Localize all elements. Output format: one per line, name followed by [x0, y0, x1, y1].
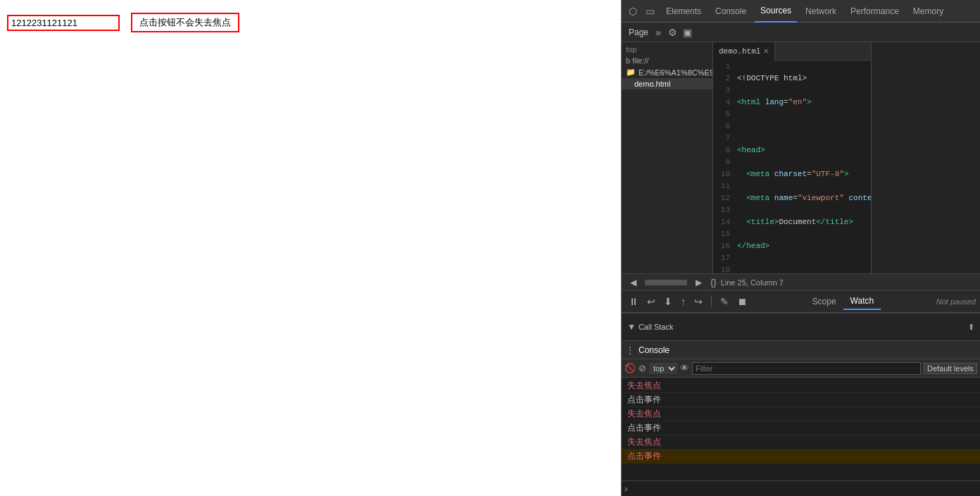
device-icon-btn[interactable]: ▭	[643, 4, 658, 18]
console-toolbar: 🚫 ⊘ top 👁 Default levels	[622, 359, 980, 378]
console-tab-label: Console	[634, 345, 674, 355]
code-content[interactable]: <!DOCTYPE html> <html lang="en"> <head> …	[734, 61, 871, 273]
scrollbar-thumb[interactable]	[645, 280, 687, 285]
ln-10: 10	[713, 168, 730, 180]
ln-4: 4	[713, 97, 730, 108]
ln-1: 1	[713, 61, 730, 73]
tab-elements[interactable]: Elements	[660, 0, 707, 23]
debugger-tab-group: Scope Watch	[805, 293, 881, 310]
ln-14: 14	[713, 216, 730, 228]
code-line-3	[737, 120, 871, 132]
ln-11: 11	[713, 180, 730, 192]
sources-content: top b file:// 📁 E:/%E6%A1%8C%E9%9% demo.…	[622, 42, 980, 273]
step-into-btn[interactable]: ⬇	[661, 294, 675, 309]
format-icon[interactable]: {}	[710, 277, 717, 287]
scroll-left-btn[interactable]: ◀	[626, 274, 641, 291]
call-stack-label: Call Stack	[639, 323, 674, 331]
tab-performance[interactable]: Performance	[845, 0, 905, 23]
folder-icon: 📁	[626, 68, 636, 77]
tab-memory[interactable]: Memory	[907, 0, 949, 23]
code-line-5: <meta charset="UTF-8">	[737, 168, 871, 180]
devtools-top-bar: ⬡ ▭ Elements Console Sources Network Per…	[622, 0, 980, 23]
tab-console[interactable]: Console	[710, 0, 752, 23]
console-clear-btn[interactable]: 🚫	[624, 363, 636, 373]
code-line-6: <meta name="viewport" content="width=dev…	[737, 192, 871, 204]
file-tree: top b file:// 📁 E:/%E6%A1%8C%E9%9% demo.…	[622, 42, 713, 273]
inspect-icon-btn[interactable]: ⬡	[626, 4, 640, 18]
page-area: 点击按钮不会失去焦点	[0, 0, 620, 496]
console-eye-btn[interactable]: 👁	[680, 363, 689, 373]
code-tab-demo[interactable]: demo.html ✕	[713, 42, 775, 61]
code-line-2: <html lang="en">	[737, 97, 871, 108]
code-line-8: </head>	[737, 240, 871, 252]
line-col-status: Line 25, Column 7	[721, 278, 784, 287]
nav-toggle-panel-btn[interactable]: ▣	[680, 27, 695, 38]
log-item-4: 点击事件	[622, 421, 980, 435]
ln-3: 3	[713, 85, 730, 97]
code-editor: demo.html ✕ 1 2 3 4 5 6 7 8 9	[713, 42, 871, 273]
right-panel	[871, 42, 980, 273]
log-item-2: 点击事件	[622, 393, 980, 407]
log-item-3: 失去焦点	[622, 407, 980, 421]
watch-tab[interactable]: Watch	[843, 293, 881, 310]
demo-input[interactable]	[7, 15, 120, 31]
file-tree-file-demo[interactable]: demo.html	[622, 78, 712, 89]
folder-path: E:/%E6%A1%8C%E9%9%	[639, 68, 712, 77]
call-stack-panel: ▼ Call Stack ⬆	[622, 313, 980, 341]
call-stack-expand-btn[interactable]: ▼	[627, 322, 636, 332]
ln-2: 2	[713, 73, 730, 85]
console-tab-bar: ⋮ Console	[622, 341, 980, 359]
ln-15: 15	[713, 228, 730, 240]
log-text-5: 失去焦点	[627, 436, 661, 448]
log-levels-btn[interactable]: Default levels	[924, 363, 977, 374]
pause-btn[interactable]: ⏸	[626, 294, 641, 309]
code-tab-bar: demo.html ✕	[713, 42, 871, 61]
code-line-1: <!DOCTYPE html>	[737, 73, 871, 85]
console-context-select[interactable]: top	[649, 363, 677, 374]
demo-button[interactable]: 点击按钮不会失去焦点	[131, 13, 239, 32]
code-tab-label: demo.html	[719, 47, 760, 56]
ln-17: 17	[713, 252, 730, 264]
log-text-2: 点击事件	[627, 394, 661, 406]
scope-tab[interactable]: Scope	[805, 293, 843, 310]
console-filter-btn[interactable]: ⊘	[639, 363, 646, 373]
console-tab-more-btn[interactable]: ⋮	[626, 345, 634, 355]
call-stack-scroll-btn[interactable]: ⬆	[968, 323, 974, 332]
console-prompt-icon: ›	[624, 483, 627, 494]
deactivate-btn[interactable]: ⏹	[734, 294, 750, 309]
console-area: ⋮ Console 🚫 ⊘ top 👁 Default levels 失去焦点 …	[622, 341, 980, 496]
console-input-bar: ›	[622, 480, 980, 496]
file-tree-folder[interactable]: 📁 E:/%E6%A1%8C%E9%9%	[622, 66, 712, 78]
line-numbers: 1 2 3 4 5 6 7 8 9 10 11 12 13 14	[713, 61, 734, 273]
scroll-right-btn[interactable]: ▶	[691, 274, 706, 291]
ln-12: 12	[713, 192, 730, 204]
ln-18: 18	[713, 264, 730, 273]
code-tab-close-btn[interactable]: ✕	[763, 47, 769, 55]
tab-sources[interactable]: Sources	[755, 0, 797, 23]
ln-16: 16	[713, 240, 730, 252]
page-nav-label: Page	[624, 27, 653, 37]
log-text-6: 点击事件	[627, 450, 661, 462]
devtools-nav-bar: Page » ⚙ ▣	[622, 23, 980, 42]
dbg-separator-1	[711, 296, 712, 307]
step-over-btn[interactable]: ↩	[644, 294, 658, 309]
step-btn[interactable]: ↪	[691, 294, 705, 309]
console-output[interactable]: 失去焦点 点击事件 失去焦点 点击事件 失去焦点 点击事件	[622, 378, 980, 480]
code-line-4: <head>	[737, 144, 871, 156]
log-item-6: 点击事件	[622, 450, 980, 464]
console-filter-input[interactable]	[692, 362, 921, 375]
devtools-panel: ⬡ ▭ Elements Console Sources Network Per…	[621, 0, 980, 496]
breakpoints-btn[interactable]: ✎	[717, 294, 731, 309]
step-out-btn[interactable]: ↑	[678, 294, 689, 309]
ln-7: 7	[713, 132, 730, 144]
ln-8: 8	[713, 144, 730, 156]
log-text-1: 失去焦点	[627, 380, 661, 392]
nav-more-btn[interactable]: »	[653, 27, 664, 38]
tab-network[interactable]: Network	[800, 0, 842, 23]
sources-panel: Page » ⚙ ▣ top b file:// 📁 E:/%E6%A1%8C%…	[622, 23, 980, 496]
ln-9: 9	[713, 156, 730, 168]
code-lines[interactable]: 1 2 3 4 5 6 7 8 9 10 11 12 13 14	[713, 61, 871, 273]
nav-settings-btn[interactable]: ⚙	[665, 27, 680, 38]
code-line-7: <title>Document</title>	[737, 216, 871, 228]
ln-5: 5	[713, 108, 730, 120]
